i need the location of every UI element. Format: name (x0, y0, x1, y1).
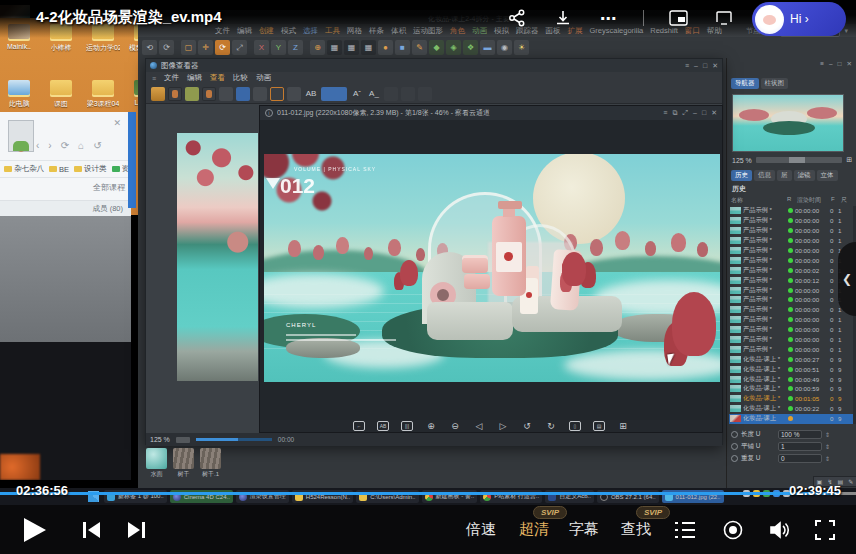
menu-item[interactable]: 文件 (164, 73, 179, 83)
bookmark-item[interactable]: 设计类 (74, 164, 107, 174)
redo-icon[interactable]: ⟳ (159, 40, 174, 55)
history-row[interactable]: 产品示例 * 00:00:00 0 1 (729, 246, 855, 256)
history-row[interactable]: 产品示例 * 00:00:00 0 1 (729, 216, 855, 226)
bookmark-item[interactable]: BE (49, 164, 69, 174)
history-row[interactable]: 产品示例 * 00:00:00 0 1 (729, 305, 855, 315)
ab-compare-icon[interactable]: AB (304, 87, 318, 101)
clip-progress[interactable] (196, 438, 272, 441)
back-icon[interactable]: ‹ (36, 140, 39, 151)
menu-item[interactable]: 编辑 (187, 73, 202, 83)
subtitle-button[interactable]: 字幕 (569, 520, 599, 539)
undo-icon[interactable]: ⟲ (142, 40, 157, 55)
material-swatch[interactable]: 水面 (146, 448, 167, 479)
rotate-right-icon[interactable]: ↻ (545, 421, 557, 431)
axis-z-button[interactable]: Z (288, 40, 303, 55)
refresh-icon[interactable]: ⟳ (61, 140, 69, 151)
history-row[interactable]: 产品示例 * 00:00:00 0 1 (729, 315, 855, 325)
panel-menu-icon[interactable]: ≡ (820, 60, 824, 68)
volume-icon[interactable] (766, 517, 792, 543)
image-stage[interactable]: VOLUME | PHYSICAL SKY 012 CHERYL (260, 120, 722, 420)
history-row[interactable]: 产品示例 * 00:00:12 0 1 (729, 275, 855, 285)
desktop-icon[interactable]: 此电脑 (4, 80, 34, 109)
play-button[interactable] (24, 518, 46, 542)
next-image-icon[interactable]: ▷ (497, 421, 509, 431)
history-row[interactable]: 产品示例 * 00:00:00 0 1 (729, 344, 855, 354)
menu-item[interactable]: 动画 (256, 73, 271, 83)
render-region-icon[interactable]: ▦ (344, 40, 359, 55)
history-row[interactable]: 产品示例 * 00:00:00 0 1 (729, 226, 855, 236)
value-field[interactable]: 1 (778, 442, 822, 451)
close-icon[interactable]: ✕ (847, 60, 852, 68)
float-icon[interactable]: ⧉ (672, 109, 677, 117)
tab[interactable]: 柱状图 (761, 78, 789, 89)
close-icon[interactable]: ✕ (113, 118, 121, 128)
history-row[interactable]: 产品示例 * 00:00:00 0 1 (729, 255, 855, 265)
quality-button[interactable]: 超清 (519, 520, 549, 539)
gamma-up-icon[interactable]: Aˆ (350, 87, 364, 101)
render-view-icon[interactable]: ▦ (327, 40, 342, 55)
minimize-icon[interactable]: – (829, 60, 833, 68)
share-icon[interactable] (505, 6, 529, 30)
region-select-icon[interactable]: ⌐ (353, 421, 365, 431)
record-screen-icon[interactable] (720, 517, 746, 543)
tab[interactable]: 滤镜 (794, 170, 815, 181)
more-icon[interactable]: ⋯ (597, 6, 621, 30)
minimize-icon[interactable]: – (693, 109, 697, 117)
grid-view-icon[interactable]: ⊞ (617, 421, 629, 431)
column-r[interactable]: R (787, 196, 797, 205)
frame-icon[interactable] (253, 87, 267, 101)
playlist-drawer-handle[interactable]: ❮ (838, 242, 856, 316)
speed-button[interactable]: 倍速 (466, 520, 496, 539)
mograph-icon[interactable]: ❖ (463, 40, 478, 55)
expand-icon[interactable]: ⤢ (682, 109, 688, 117)
tab[interactable]: 历史 (731, 170, 752, 181)
navigator-thumbnail[interactable] (732, 94, 844, 152)
cube-primitive-icon[interactable]: ■ (395, 40, 410, 55)
zoom-slider[interactable] (176, 437, 190, 443)
material-icon[interactable]: ● (378, 40, 393, 55)
gamma-down-icon[interactable]: A_ (367, 87, 381, 101)
history-row[interactable]: 产品示例 * 00:00:00 0 1 (729, 295, 855, 305)
history-row[interactable]: 产品示例 * 00:00:00 0 1 (729, 285, 855, 295)
axis-y-button[interactable]: Y (271, 40, 286, 55)
open-file-icon[interactable] (151, 87, 165, 101)
history-row[interactable]: 化妆品-课上 * 00:01:05 0 9 (729, 394, 855, 404)
material-swatch[interactable]: 树干 (173, 448, 194, 479)
zoom-out-icon[interactable]: ⊖ (449, 421, 461, 431)
print-icon[interactable]: ▤ (593, 421, 605, 431)
history-row[interactable]: 产品示例 * 00:00:00 0 1 (729, 236, 855, 246)
minimize-icon[interactable]: – (694, 62, 698, 70)
keyframe-circle-icon[interactable] (731, 455, 738, 462)
next-video-button[interactable] (126, 521, 146, 543)
region-icon[interactable] (270, 87, 284, 101)
fullscreen-icon[interactable] (812, 517, 838, 543)
pick-color-icon[interactable] (287, 87, 301, 101)
deformer-icon[interactable]: ◈ (446, 40, 461, 55)
playlist-icon[interactable] (672, 517, 698, 543)
coordinate-system-icon[interactable]: ⊕ (310, 40, 325, 55)
account-button[interactable]: Hi › (752, 2, 846, 36)
zoom-stepper[interactable]: ⊞ (846, 156, 852, 164)
home-icon[interactable]: ⌂ (78, 140, 84, 151)
stepper-icon[interactable]: ⇕ (825, 431, 830, 438)
stepper-icon[interactable]: ⇕ (825, 443, 830, 450)
pip-icon[interactable] (666, 6, 690, 30)
zoom-slider[interactable] (756, 157, 842, 163)
floor-icon[interactable]: ▬ (480, 40, 495, 55)
fullsize-icon[interactable] (219, 87, 233, 101)
column-time[interactable]: 渲染时间 (797, 196, 831, 205)
ab-icon[interactable]: AB (377, 421, 389, 431)
history-row[interactable]: 化妆品-课上 * 00:00:51 0 9 (729, 364, 855, 374)
history-row[interactable]: 化妆品-课上 * 00:00:49 0 9 (729, 374, 855, 384)
display-mode-icon[interactable] (321, 87, 347, 101)
maximize-icon[interactable]: □ (703, 62, 707, 70)
move-tool-icon[interactable]: ✛ (198, 40, 213, 55)
progress-bar[interactable] (0, 492, 856, 495)
history-row[interactable]: 化妆品-课上 * 00:00:22 0 9 (729, 404, 855, 414)
camera-icon[interactable]: ◉ (497, 40, 512, 55)
desktop-icon[interactable]: 课图 (46, 80, 76, 109)
maximize-icon[interactable]: □ (702, 109, 706, 117)
tab[interactable]: 层 (777, 170, 792, 181)
history-row[interactable]: 产品示例 * 00:00:00 0 1 (729, 325, 855, 335)
column-size[interactable]: 尺 (841, 196, 847, 205)
